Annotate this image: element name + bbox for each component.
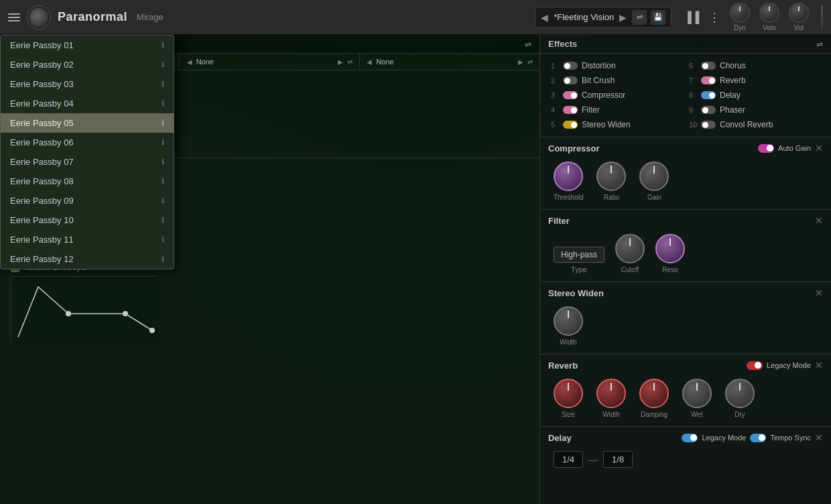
reverb-close[interactable]: ✕ [815,360,823,371]
bitcrush-toggle[interactable] [563,76,578,84]
auto-gain-toggle[interactable] [758,144,774,153]
cutoff-knob[interactable] [615,234,645,263]
right-panel: Effects ⇌ 1 Distortion 6 Chorus 2 Bit Cr… [539,35,831,504]
phaser-toggle[interactable] [701,106,716,114]
layer-slot-3[interactable]: ◀ None ▶ ⇌ [360,54,539,70]
more-options-icon[interactable]: ⋮ [708,10,720,25]
info-10[interactable]: ℹ [162,216,164,225]
reverb-size-knob[interactable] [554,379,583,408]
delay-list-toggle[interactable] [701,91,716,99]
menu-eerie-01[interactable]: Eerie Passby 01 ℹ [1,36,174,55]
menu-eerie-02[interactable]: Eerie Passby 02 ℹ [1,55,174,74]
reso-label: Reso [662,266,678,273]
reverb-width-group: Width [596,379,626,418]
menu-eerie-10[interactable]: Eerie Passby 10 ℹ [1,210,174,230]
save-icon[interactable]: 💾 [651,10,665,25]
reverb-header: Reverb Legacy Mode ✕ [548,360,823,371]
reso-knob[interactable] [655,234,685,263]
effect-filter-list: 4 Filter [548,103,685,117]
delay-list-name: Delay [720,90,741,100]
menu-eerie-11[interactable]: Eerie Passby 11 ℹ [1,230,174,249]
info-12[interactable]: ℹ [162,255,164,263]
filter-close[interactable]: ✕ [815,215,823,226]
stereo-widen-list-toggle[interactable] [563,121,578,129]
stereo-widen-close[interactable]: ✕ [815,288,823,298]
info-11[interactable]: ℹ [162,235,164,244]
menu-eerie-07[interactable]: Eerie Passby 07 ℹ [1,152,174,172]
bars-icon[interactable]: ▐▐ [684,11,699,23]
layer2-shuffle[interactable]: ⇌ [347,58,353,66]
effect-num-5: 5 [551,121,559,129]
menu-eerie-09[interactable]: Eerie Passby 09 ℹ [1,191,174,210]
layer2-prev[interactable]: ◀ [187,58,192,66]
menu-eerie-12[interactable]: Eerie Passby 12 ℹ [1,249,174,269]
layer3-next[interactable]: ▶ [518,58,523,66]
damping-knob[interactable] [639,379,669,408]
bitcrush-name: Bit Crush [582,76,615,85]
info-05[interactable]: ℹ [162,119,164,127]
info-09[interactable]: ℹ [162,196,164,205]
compressor-list-toggle[interactable] [563,91,578,99]
info-04[interactable]: ℹ [162,99,164,108]
info-06[interactable]: ℹ [162,138,164,147]
info-02[interactable]: ℹ [162,60,164,69]
stereo-widen-list-name: Stereo Widen [582,120,631,129]
effects-shuffle-icon[interactable]: ⇌ [816,40,823,49]
reverb-list-toggle[interactable] [701,76,716,84]
info-01[interactable]: ℹ [162,41,164,50]
filter-type-button[interactable]: High-pass [554,247,604,263]
stereo-widen-header: Stereo Widen ✕ [548,288,823,298]
preset-next[interactable]: ▶ [619,12,627,23]
filter-list-toggle[interactable] [563,106,578,114]
menu-eerie-06[interactable]: Eerie Passby 06 ℹ [1,133,174,152]
distortion-toggle[interactable] [563,62,578,70]
filter-header: Filter ✕ [548,215,823,226]
velo-knob[interactable] [759,3,779,23]
random-icon[interactable]: ⇌ [632,10,647,25]
convol-reverb-toggle[interactable] [701,121,716,129]
delay-close[interactable]: ✕ [815,432,823,443]
dry-knob[interactable] [725,379,755,408]
menu-l3-container: Eerie Passby 01 ℹ Eerie Passby 02 ℹ Eeri… [0,35,174,269]
effect-num-2: 2 [551,76,559,84]
layer3-shuffle[interactable]: ⇌ [527,58,533,66]
threshold-knob[interactable] [554,162,583,191]
hamburger-menu[interactable] [8,13,20,21]
info-07[interactable]: ℹ [162,158,164,166]
layer2-next[interactable]: ▶ [338,58,343,66]
info-03[interactable]: ℹ [162,80,164,88]
vol-knob[interactable] [789,3,809,23]
reverb-knobs: Size Width Damping Wet Dry [548,376,823,421]
layers-shuffle-icon[interactable]: ⇌ [525,40,531,49]
main-area: Layers ⇌ ◀ Drone Short 01 ▶ ⇌ ◀ None ▶ ⇌… [0,35,831,504]
layer-slot-2[interactable]: ◀ None ▶ ⇌ [180,54,361,70]
gain-knob[interactable] [639,162,669,191]
ratio-label: Ratio [604,194,619,201]
effect-num-7: 7 [689,76,697,84]
preset-prev[interactable]: ◀ [541,12,548,23]
envelope-display[interactable] [11,276,158,343]
layer3-name: None [376,58,514,66]
dyn-knob[interactable] [730,3,750,23]
reverb-width-knob[interactable] [596,379,626,408]
delay-val2[interactable]: 1/8 [603,451,633,468]
delay-tempo-toggle[interactable] [750,434,766,442]
compressor-close[interactable]: ✕ [815,143,823,153]
layer3-prev[interactable]: ◀ [367,58,372,66]
reverb-title: Reverb [548,361,578,371]
info-08[interactable]: ℹ [162,177,164,186]
ratio-knob[interactable] [596,162,626,191]
svg-point-7 [123,311,128,316]
menu-eerie-05[interactable]: Eerie Passby 05 ℹ [1,113,174,133]
reverb-legacy-toggle[interactable] [747,361,763,370]
menu-eerie-04[interactable]: Eerie Passby 04 ℹ [1,94,174,113]
wet-knob[interactable] [682,379,712,408]
delay-val1[interactable]: 1/4 [554,451,583,468]
svg-rect-5 [11,277,159,344]
menu-eerie-08[interactable]: Eerie Passby 08 ℹ [1,172,174,191]
delay-separator: — [588,454,598,465]
delay-legacy-toggle[interactable] [682,434,698,442]
menu-eerie-03[interactable]: Eerie Passby 03 ℹ [1,74,174,94]
width-knob[interactable] [554,306,583,336]
chorus-toggle[interactable] [701,62,716,70]
